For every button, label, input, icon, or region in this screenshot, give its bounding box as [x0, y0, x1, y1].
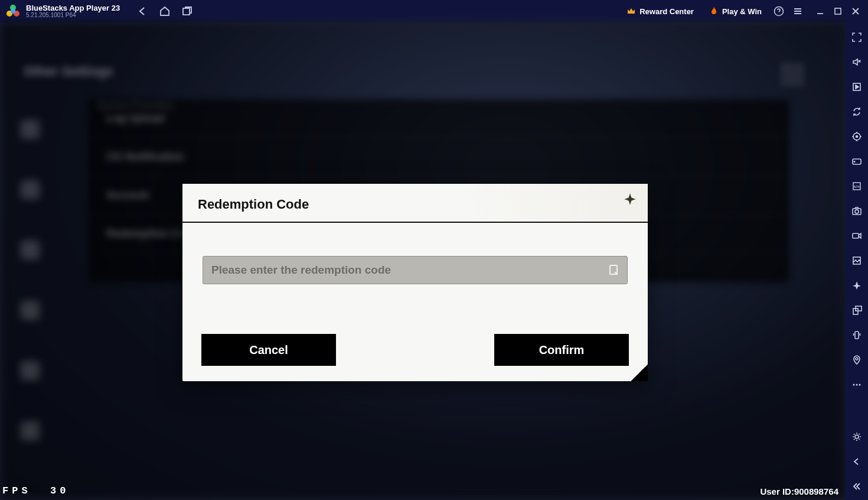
media-icon[interactable] [850, 254, 863, 267]
redemption-modal: Redemption Code Cancel [182, 184, 648, 381]
rotate-icon[interactable] [850, 304, 863, 317]
play-win-button[interactable]: Play & Win [706, 7, 765, 16]
recents-icon[interactable] [181, 5, 193, 17]
airplane-icon[interactable] [850, 279, 863, 292]
fullscreen-icon[interactable] [850, 31, 863, 44]
volume-icon[interactable] [850, 56, 863, 69]
back-nav-icon[interactable] [850, 455, 863, 468]
bg-row: CG Notification [89, 138, 789, 176]
crown-icon [626, 7, 636, 16]
play-win-label: Play & Win [722, 7, 762, 16]
confirm-button[interactable]: Confirm [494, 334, 629, 366]
minimize-icon[interactable] [816, 7, 824, 15]
svg-point-10 [856, 136, 858, 138]
cancel-label: Cancel [249, 343, 288, 357]
modal-close-icon[interactable] [621, 190, 639, 209]
home-icon[interactable] [159, 5, 171, 17]
sync-icon[interactable] [850, 105, 863, 118]
svg-rect-4 [183, 8, 190, 15]
svg-text:APK: APK [853, 185, 860, 189]
svg-rect-20 [855, 332, 859, 339]
svg-point-24 [859, 384, 861, 386]
fire-icon [709, 7, 719, 16]
help-icon[interactable] [774, 6, 784, 17]
title-block: BlueStacks App Player 23 5.21.205.1001 P… [26, 4, 120, 18]
settings-icon[interactable] [850, 430, 863, 443]
svg-point-3 [11, 9, 15, 14]
paste-icon[interactable] [608, 264, 621, 277]
fps-counter: FPS 30 [2, 485, 69, 496]
bg-left-tabs [21, 120, 47, 440]
svg-rect-6 [835, 8, 841, 14]
app-version: 5.21.205.1001 P64 [26, 12, 120, 18]
record-icon[interactable] [850, 229, 863, 242]
lock-cursor-icon[interactable] [850, 130, 863, 143]
modal-corner-decoration [631, 365, 648, 381]
svg-point-21 [856, 358, 858, 360]
modal-body [182, 223, 648, 296]
screenshot-icon[interactable] [850, 204, 863, 217]
collapse-icon[interactable] [850, 480, 863, 493]
location-icon[interactable] [850, 353, 863, 366]
right-toolbar: APK [846, 22, 868, 500]
svg-point-22 [853, 384, 855, 386]
close-window-icon[interactable] [851, 7, 860, 15]
game-viewport: Other Settings System Function Log Uploa… [0, 22, 846, 500]
svg-point-23 [856, 384, 858, 386]
redemption-code-input[interactable] [203, 256, 628, 284]
modal-title: Redemption Code [198, 197, 632, 212]
maximize-icon[interactable] [834, 7, 842, 15]
titlebar: BlueStacks App Player 23 5.21.205.1001 P… [0, 0, 868, 22]
reward-center-button[interactable]: Reward Center [623, 7, 697, 16]
cancel-button[interactable]: Cancel [201, 334, 336, 366]
svg-point-15 [855, 210, 859, 213]
modal-actions: Cancel Confirm [182, 296, 648, 381]
modal-header: Redemption Code [182, 184, 648, 223]
reward-center-label: Reward Center [639, 7, 694, 16]
app-name: BlueStacks App Player 23 [26, 4, 120, 12]
user-id-display: User ID:900898764 [760, 486, 838, 496]
bg-page-title: Other Settings [24, 64, 113, 79]
svg-rect-16 [853, 233, 859, 238]
game-controls-icon[interactable] [850, 155, 863, 168]
bluestacks-logo-icon [5, 3, 21, 20]
shake-device-icon[interactable] [850, 329, 863, 342]
apk-install-icon[interactable]: APK [850, 180, 863, 193]
more-icon[interactable] [850, 378, 863, 391]
play-store-icon[interactable] [850, 80, 863, 93]
confirm-label: Confirm [539, 343, 585, 357]
back-icon[interactable] [136, 5, 148, 17]
bg-row: Log Upload [89, 99, 789, 138]
hamburger-menu-icon[interactable] [792, 6, 803, 17]
bg-close-icon [781, 63, 804, 86]
svg-point-25 [855, 435, 859, 439]
